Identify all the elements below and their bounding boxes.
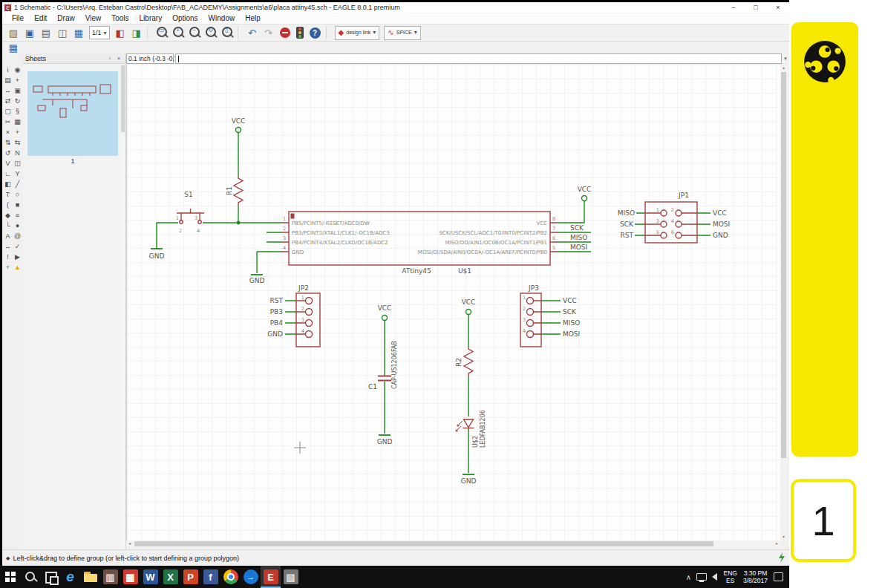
tool-split[interactable]: Y xyxy=(13,169,22,179)
print-icon[interactable]: ▤ xyxy=(39,25,53,40)
zoom-redraw-icon[interactable]: ↻ xyxy=(203,25,218,40)
app-tile-icon[interactable]: ▦ xyxy=(120,566,140,588)
help-icon[interactable]: ? xyxy=(310,27,321,39)
tool-mark[interactable]: + xyxy=(13,75,22,85)
sheet-thumbnail[interactable] xyxy=(27,71,118,156)
eagle-icon[interactable]: E xyxy=(261,566,281,588)
tool-errors[interactable]: ! xyxy=(3,252,13,262)
tool-paste[interactable]: ▦ xyxy=(13,117,22,127)
tool-cut[interactable]: ✂ xyxy=(3,117,13,127)
layer-settings-icon[interactable]: ◧ xyxy=(113,25,128,40)
tool-bus[interactable]: ≡ xyxy=(13,210,22,220)
horizontal-scrollbar[interactable]: ◂ ▸ xyxy=(126,540,780,547)
tool-name[interactable]: N xyxy=(13,148,22,158)
menu-edit[interactable]: Edit xyxy=(29,14,52,22)
tool-erc[interactable]: ✓ xyxy=(13,241,22,252)
close-panel-icon[interactable]: × xyxy=(114,55,123,62)
sheet-selector[interactable]: 1/1 xyxy=(89,26,110,39)
warning-icon[interactable]: ▲ xyxy=(13,262,22,272)
zoom-in-icon[interactable]: + xyxy=(171,25,186,40)
open-icon[interactable]: ▨ xyxy=(6,25,21,40)
export-image-icon[interactable]: ◫ xyxy=(55,25,70,40)
powerpoint-icon[interactable]: P xyxy=(180,566,200,588)
zoom-fit-icon[interactable]: ▭ xyxy=(154,25,169,40)
tool-move[interactable]: ↔ xyxy=(3,85,13,96)
grid-icon[interactable]: ▦ xyxy=(71,25,86,40)
tool-rotate[interactable]: ↻ xyxy=(13,96,22,106)
clock[interactable]: 3:30 PM3/8/2017 xyxy=(743,569,768,584)
command-input[interactable] xyxy=(175,53,782,64)
volume-muted-icon[interactable] xyxy=(712,573,717,581)
stop-icon[interactable] xyxy=(280,27,290,38)
sheets-scrollbar[interactable] xyxy=(120,64,125,549)
store-icon[interactable]: ▥ xyxy=(100,566,120,588)
menu-window[interactable]: Window xyxy=(203,14,241,22)
menu-options[interactable]: Options xyxy=(167,14,203,22)
tool-wire[interactable]: ╱ xyxy=(13,179,22,189)
excel-icon[interactable]: X xyxy=(160,566,180,588)
tool-miter[interactable]: ∟ xyxy=(3,169,13,179)
vertical-scrollbar[interactable]: ▴ ▾ xyxy=(780,65,787,540)
tool-attribute[interactable]: @ xyxy=(13,231,22,241)
edge-icon[interactable]: e xyxy=(60,566,80,588)
tool-run[interactable]: ▶ xyxy=(13,252,22,262)
notes-icon[interactable]: ▧ xyxy=(281,566,301,588)
menu-view[interactable]: View xyxy=(80,14,107,22)
tool-label[interactable]: A xyxy=(3,231,13,241)
menu-file[interactable]: File xyxy=(7,14,29,22)
tool-change[interactable]: § xyxy=(13,106,22,117)
tool-invoke[interactable]: ◧ xyxy=(3,179,13,189)
zoom-select-icon[interactable]: ▯ xyxy=(220,25,235,40)
tool-show[interactable]: ◉ xyxy=(13,65,22,75)
tool-group[interactable]: ▢ xyxy=(3,106,13,117)
tool-polygon[interactable]: ◆ xyxy=(3,210,13,220)
undo-icon[interactable]: ↶ xyxy=(245,25,260,40)
file-explorer-icon[interactable] xyxy=(80,566,100,588)
tool-replace[interactable]: ↺ xyxy=(3,148,13,158)
tool-display[interactable]: ▤ xyxy=(3,75,13,85)
tool-net[interactable]: └ xyxy=(3,220,13,231)
menu-tools[interactable]: Tools xyxy=(106,14,134,22)
tool-smash[interactable]: ◫ xyxy=(13,158,22,169)
save-icon[interactable]: ▣ xyxy=(22,25,37,40)
tray-expand-icon[interactable]: ∧ xyxy=(682,573,694,581)
action-center-icon[interactable] xyxy=(774,572,783,581)
schematic-canvas[interactable]: VCC VCC VCC VCC GND GND GND GND S1 R1 AT… xyxy=(126,65,780,540)
tool-gateswap[interactable]: ⇆ xyxy=(13,137,22,148)
erc-ok-icon[interactable]: + xyxy=(3,262,13,272)
tool-info[interactable]: i xyxy=(3,65,13,75)
tool-arc[interactable]: ( xyxy=(3,200,13,210)
close-button[interactable]: × xyxy=(767,2,789,13)
redo-icon[interactable]: ↷ xyxy=(261,25,276,40)
task-view-button[interactable] xyxy=(40,566,60,588)
menu-help[interactable]: Help xyxy=(240,14,266,22)
tool-circle[interactable]: ○ xyxy=(13,189,22,200)
tool-add[interactable]: + xyxy=(13,127,22,137)
layers-icon[interactable]: ◨ xyxy=(129,25,144,40)
grid-settings-icon[interactable]: ▦ xyxy=(6,41,21,56)
tool-text[interactable]: T xyxy=(3,189,13,200)
network-icon[interactable] xyxy=(696,573,707,581)
menu-library[interactable]: Library xyxy=(134,14,168,22)
search-button[interactable] xyxy=(20,566,40,588)
onedrive-icon[interactable]: → xyxy=(241,566,261,588)
menu-draw[interactable]: Draw xyxy=(52,14,79,22)
dock-panel-icon[interactable]: ▫ xyxy=(105,55,114,62)
facebook-icon[interactable]: f xyxy=(200,566,220,588)
spice-button[interactable]: ∿ SPICE xyxy=(384,26,420,40)
tool-rect[interactable]: ■ xyxy=(13,200,22,210)
tool-dimension[interactable]: ↔ xyxy=(3,241,13,252)
design-link-button[interactable]: ◆ design link xyxy=(335,26,380,40)
maximize-button[interactable]: □ xyxy=(745,2,767,13)
zoom-out-icon[interactable]: − xyxy=(187,25,202,40)
tool-value[interactable]: V xyxy=(3,158,13,169)
tool-copy[interactable]: ▣ xyxy=(13,85,22,96)
tool-junction[interactable]: ● xyxy=(13,220,22,231)
command-dropdown-icon[interactable]: ▾ xyxy=(782,53,789,64)
minimize-button[interactable]: – xyxy=(722,2,745,13)
word-icon[interactable]: W xyxy=(140,566,160,588)
start-button[interactable] xyxy=(0,566,20,588)
language-indicator[interactable]: ENGES xyxy=(723,569,736,584)
traffic-light-icon[interactable] xyxy=(296,27,304,39)
chrome-icon[interactable] xyxy=(220,566,241,588)
